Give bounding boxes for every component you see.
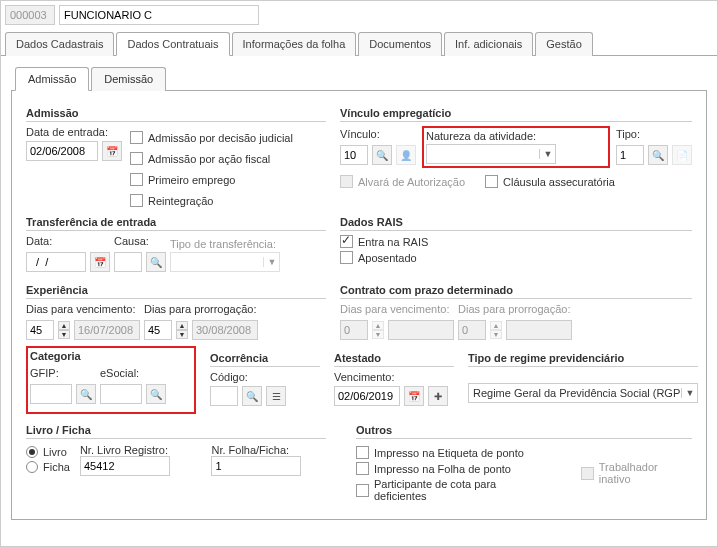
add-icon: 📄 <box>672 145 692 165</box>
search-icon[interactable]: 🔍 <box>146 384 166 404</box>
contrato-prorr-date <box>506 320 572 340</box>
contrato-prorr-input <box>458 320 486 340</box>
vinculo-label: Vínculo: <box>340 128 416 140</box>
vinculo-input[interactable] <box>340 145 368 165</box>
transferencia-title: Transferência de entrada <box>26 216 326 231</box>
chk-entra-rais[interactable] <box>340 235 353 248</box>
vinculo-title: Vínculo empregatício <box>340 107 692 122</box>
add-icon[interactable]: ✚ <box>428 386 448 406</box>
search-icon[interactable]: 🔍 <box>76 384 96 404</box>
chevron-down-icon: ▼ <box>539 149 553 159</box>
regime-title: Tipo de regime previdenciário <box>468 352 698 367</box>
rais-title: Dados RAIS <box>340 216 692 231</box>
tipo-label: Tipo: <box>616 128 692 140</box>
chk-reintegracao[interactable] <box>130 194 143 207</box>
exp-prorr-date <box>192 320 258 340</box>
contrato-title: Contrato com prazo determinado <box>340 284 692 299</box>
tab-admissao[interactable]: Admissão <box>15 67 89 91</box>
transf-causa-input[interactable] <box>114 252 142 272</box>
spinner-down-icon[interactable]: ▼ <box>58 330 70 339</box>
chk-decisao-judicial[interactable] <box>130 131 143 144</box>
spinner-up-icon: ▲ <box>372 321 384 330</box>
exp-venc-input[interactable] <box>26 320 54 340</box>
outros-title: Outros <box>356 424 692 439</box>
admissao-title: Admissão <box>26 107 326 122</box>
employee-name-field[interactable] <box>59 5 259 25</box>
add-icon: 👤 <box>396 145 416 165</box>
gfip-input[interactable] <box>30 384 72 404</box>
chk-etiqueta-ponto[interactable] <box>356 446 369 459</box>
radio-livro[interactable] <box>26 446 38 458</box>
data-entrada-label: Data de entrada: <box>26 126 108 138</box>
chevron-down-icon: ▼ <box>681 388 695 398</box>
spinner-down-icon: ▼ <box>372 330 384 339</box>
radio-ficha[interactable] <box>26 461 38 473</box>
tab-documentos[interactable]: Documentos <box>358 32 442 56</box>
regime-select[interactable]: Regime Geral da Previdência Social (RGP▼ <box>468 383 698 403</box>
chk-cota-deficientes[interactable] <box>356 484 369 497</box>
livro-title: Livro / Ficha <box>26 424 326 439</box>
tipo-input[interactable] <box>616 145 644 165</box>
tab-gestao[interactable]: Gestão <box>535 32 592 56</box>
chk-folha-ponto[interactable] <box>356 462 369 475</box>
spinner-down-icon: ▼ <box>490 330 502 339</box>
transf-tipo-select: ▼ <box>170 252 280 272</box>
chk-acao-fiscal[interactable] <box>130 152 143 165</box>
categoria-title: Categoria <box>30 350 192 364</box>
atestado-title: Atestado <box>334 352 454 367</box>
search-icon[interactable]: 🔍 <box>372 145 392 165</box>
spinner-down-icon[interactable]: ▼ <box>176 330 188 339</box>
tab-demissao[interactable]: Demissão <box>91 67 166 91</box>
tab-inf-adicionais[interactable]: Inf. adicionais <box>444 32 533 56</box>
exp-prorr-input[interactable] <box>144 320 172 340</box>
chk-alvara <box>340 175 353 188</box>
natureza-label: Natureza da atividade: <box>426 130 606 142</box>
spinner-up-icon: ▲ <box>490 321 502 330</box>
esocial-input[interactable] <box>100 384 142 404</box>
calendar-icon[interactable]: 📅 <box>404 386 424 406</box>
list-icon[interactable]: ☰ <box>266 386 286 406</box>
employee-id-field <box>5 5 55 25</box>
exp-venc-date <box>74 320 140 340</box>
chevron-down-icon: ▼ <box>263 257 277 267</box>
chk-primeiro-emprego[interactable] <box>130 173 143 186</box>
tab-dados-cadastrais[interactable]: Dados Cadastrais <box>5 32 114 56</box>
search-icon[interactable]: 🔍 <box>146 252 166 272</box>
data-entrada-input[interactable] <box>26 141 98 161</box>
calendar-icon[interactable]: 📅 <box>90 252 110 272</box>
tab-dados-contratuais[interactable]: Dados Contratuais <box>116 32 229 56</box>
chk-trabalhador-inativo <box>581 467 594 480</box>
chk-clausula[interactable] <box>485 175 498 188</box>
atestado-venc-input[interactable] <box>334 386 400 406</box>
contrato-venc-date <box>388 320 454 340</box>
natureza-select[interactable]: ▼ <box>426 144 556 164</box>
ocorr-codigo-input[interactable] <box>210 386 238 406</box>
spinner-up-icon[interactable]: ▲ <box>176 321 188 330</box>
tab-informacoes-folha[interactable]: Informações da folha <box>232 32 357 56</box>
contrato-venc-input <box>340 320 368 340</box>
experiencia-title: Experiência <box>26 284 326 299</box>
calendar-icon[interactable]: 📅 <box>102 141 122 161</box>
transf-data-input[interactable] <box>26 252 86 272</box>
spinner-up-icon[interactable]: ▲ <box>58 321 70 330</box>
nr-folha-input[interactable] <box>211 456 301 476</box>
nr-livro-input[interactable] <box>80 456 170 476</box>
chk-aposentado[interactable] <box>340 251 353 264</box>
search-icon[interactable]: 🔍 <box>648 145 668 165</box>
search-icon[interactable]: 🔍 <box>242 386 262 406</box>
ocorrencia-title: Ocorrência <box>210 352 320 367</box>
